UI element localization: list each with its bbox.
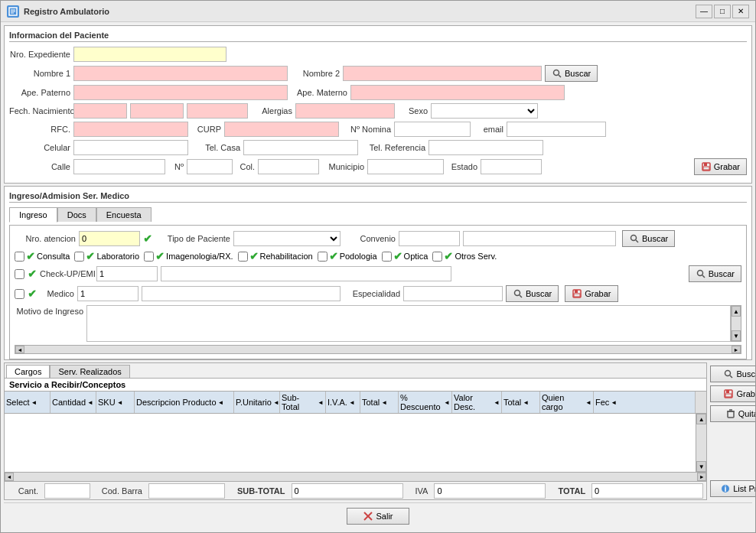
col-punit-arrow[interactable]: ◄ bbox=[273, 399, 279, 406]
vscroll-down-btn[interactable]: ▼ bbox=[696, 461, 706, 472]
tipo-paciente-label: Tipo de Paciente bbox=[161, 234, 230, 243]
checkup-name-input[interactable] bbox=[161, 266, 451, 281]
col-quien-arrow[interactable]: ◄ bbox=[585, 399, 591, 406]
window-controls: — □ ✕ bbox=[696, 5, 749, 18]
col-total1: Total ◄ bbox=[360, 392, 399, 413]
rehabilitacion-checkbox[interactable] bbox=[238, 252, 248, 262]
nro-nomina-input[interactable] bbox=[394, 122, 471, 137]
sub-total-input[interactable] bbox=[292, 483, 403, 499]
alergias-input[interactable] bbox=[295, 103, 395, 119]
medico-checkbox[interactable] bbox=[15, 289, 24, 299]
fech-nac-input1[interactable] bbox=[73, 103, 127, 119]
scroll-up-btn[interactable]: ▲ bbox=[732, 306, 741, 317]
estado-input[interactable] bbox=[481, 159, 542, 174]
tab-docs[interactable]: Docs bbox=[57, 207, 96, 222]
salir-button[interactable]: Salir bbox=[347, 508, 409, 525]
tab-serv-realizados[interactable]: Serv. Realizados bbox=[50, 365, 129, 378]
total-input[interactable] bbox=[591, 483, 703, 499]
tipo-paciente-select[interactable] bbox=[233, 231, 341, 246]
buscar-medico-button[interactable]: Buscar bbox=[506, 285, 559, 302]
col-input[interactable] bbox=[258, 159, 319, 174]
fech-nac-input3[interactable] bbox=[187, 103, 248, 119]
col-cantidad-arrow[interactable]: ◄ bbox=[87, 399, 93, 406]
iva-input[interactable] bbox=[434, 483, 546, 499]
podologia-checkbox[interactable] bbox=[318, 252, 327, 262]
laboratorio-checkbox[interactable] bbox=[74, 252, 84, 262]
especialidad-input[interactable] bbox=[403, 286, 503, 301]
curp-input[interactable] bbox=[224, 122, 339, 137]
imagenologia-checkbox[interactable] bbox=[144, 252, 154, 262]
medico-input[interactable] bbox=[77, 286, 138, 301]
col-desc-arrow[interactable]: ◄ bbox=[218, 399, 224, 406]
hscroll-right-btn[interactable]: ► bbox=[732, 346, 741, 353]
vscroll-up-btn[interactable]: ▲ bbox=[696, 414, 706, 424]
minimize-button[interactable]: — bbox=[696, 5, 712, 18]
grabar-cargo-button[interactable]: Grabar bbox=[710, 385, 755, 402]
list-prec-button[interactable]: i List Prec bbox=[710, 480, 755, 497]
expediente-input[interactable] bbox=[73, 47, 226, 62]
consulta-checkbox[interactable] bbox=[15, 252, 24, 262]
col-fec-arrow[interactable]: ◄ bbox=[611, 399, 617, 406]
col-total2-arrow[interactable]: ◄ bbox=[523, 399, 529, 406]
col-desc-pct-arrow[interactable]: ◄ bbox=[444, 399, 450, 406]
hscroll-left-btn[interactable]: ◄ bbox=[15, 346, 24, 353]
checkup-input[interactable] bbox=[96, 266, 158, 281]
col-val-desc-arrow[interactable]: ◄ bbox=[494, 399, 500, 406]
buscar-patient-button[interactable]: Buscar bbox=[545, 65, 598, 82]
calle-input[interactable] bbox=[73, 159, 165, 174]
buscar-cargo-button[interactable]: Buscar bbox=[710, 366, 755, 382]
col-subtot-arrow[interactable]: ◄ bbox=[318, 399, 324, 406]
motivo-textarea[interactable] bbox=[86, 305, 731, 342]
grabar-ingreso-button[interactable]: Grabar bbox=[565, 285, 618, 302]
ape-paterno-input[interactable] bbox=[73, 85, 288, 100]
buscar-convenio-button[interactable]: Buscar bbox=[622, 230, 675, 247]
col-sku-arrow[interactable]: ◄ bbox=[117, 399, 123, 406]
nro-input[interactable] bbox=[187, 159, 233, 174]
email-label: email bbox=[477, 125, 503, 134]
convenio-input[interactable] bbox=[399, 231, 460, 246]
ape-materno-input[interactable] bbox=[350, 85, 565, 100]
fech-nac-input2[interactable] bbox=[130, 103, 184, 119]
podologia-check-icon: ✔ bbox=[329, 250, 338, 262]
ingreso-section-title: Ingreso/Admision Ser. Medico bbox=[9, 191, 747, 203]
otros-check-icon: ✔ bbox=[444, 250, 453, 262]
checkup-checkbox[interactable] bbox=[15, 269, 24, 279]
svg-rect-23 bbox=[728, 411, 734, 418]
nombre1-input[interactable] bbox=[73, 66, 288, 81]
sexo-select[interactable]: Masculino Femenino bbox=[431, 103, 538, 119]
celular-input[interactable] bbox=[73, 140, 188, 155]
close-button[interactable]: ✕ bbox=[732, 5, 749, 18]
rfc-input[interactable] bbox=[73, 122, 188, 137]
col-select-arrow[interactable]: ◄ bbox=[31, 399, 37, 406]
municipio-input[interactable] bbox=[367, 159, 444, 174]
tel-casa-input[interactable] bbox=[243, 140, 358, 155]
col-iva-arrow[interactable]: ◄ bbox=[349, 399, 355, 406]
scroll-down-btn[interactable]: ▼ bbox=[732, 330, 741, 341]
sexo-label: Sexo bbox=[401, 106, 428, 115]
col-total1-arrow[interactable]: ◄ bbox=[381, 399, 387, 406]
cant-input[interactable] bbox=[44, 483, 90, 499]
tab-encuesta[interactable]: Encuesta bbox=[96, 207, 152, 222]
cod-barra-input[interactable] bbox=[148, 483, 225, 499]
nro-atencion-input[interactable] bbox=[79, 231, 140, 246]
tab-ingreso[interactable]: Ingreso bbox=[9, 207, 57, 223]
buscar-checkup-button[interactable]: Buscar bbox=[689, 265, 741, 282]
svg-rect-22 bbox=[725, 394, 732, 397]
ghscroll-right-btn[interactable]: ► bbox=[697, 473, 706, 481]
grabar-patient-button[interactable]: Grabar bbox=[694, 158, 747, 175]
maximize-button[interactable]: □ bbox=[714, 5, 731, 18]
nombre2-input[interactable] bbox=[343, 66, 542, 81]
quitar-button[interactable]: Quitar bbox=[710, 405, 755, 422]
email-input[interactable] bbox=[507, 122, 606, 137]
app-icon bbox=[7, 5, 19, 18]
medico-name-input[interactable] bbox=[142, 286, 341, 301]
tel-ref-input[interactable] bbox=[429, 140, 543, 155]
ghscroll-left-btn[interactable]: ◄ bbox=[5, 473, 14, 481]
tab-cargos[interactable]: Cargos bbox=[6, 365, 50, 378]
checkup-label: Check-UP/EMI bbox=[40, 269, 93, 278]
cant-label: Cant. bbox=[8, 486, 38, 496]
convenio-name-input[interactable] bbox=[463, 231, 616, 246]
optica-checkbox[interactable] bbox=[382, 252, 392, 262]
medico-label: Medico bbox=[40, 289, 74, 298]
otros-checkbox[interactable] bbox=[432, 252, 442, 262]
